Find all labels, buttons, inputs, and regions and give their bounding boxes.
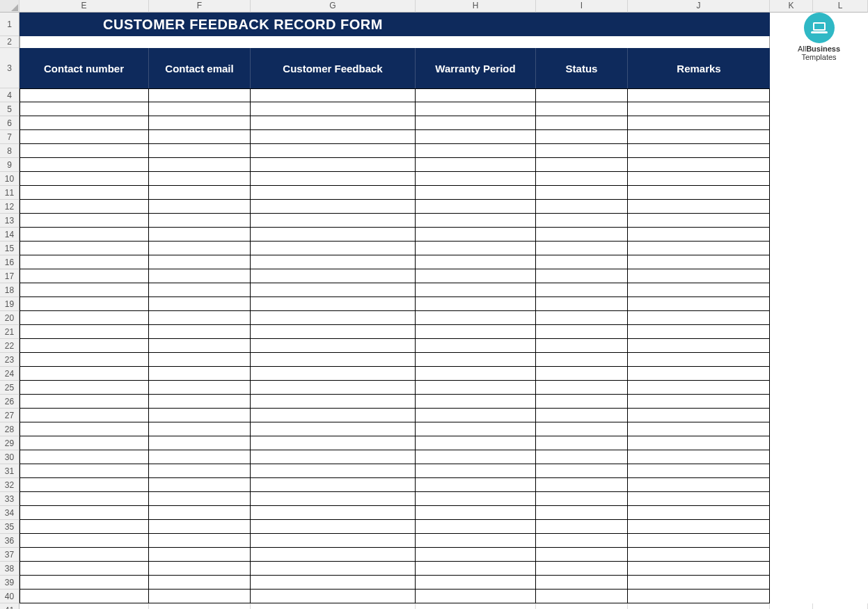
data-cell[interactable] [251, 367, 416, 381]
data-cell[interactable] [19, 186, 149, 200]
column-header-J[interactable]: J [628, 0, 770, 13]
cell[interactable] [770, 353, 813, 367]
data-cell[interactable] [416, 200, 536, 214]
data-cell[interactable] [251, 242, 416, 255]
data-cell[interactable] [536, 214, 628, 228]
data-cell[interactable] [251, 492, 416, 506]
data-cell[interactable] [536, 325, 628, 339]
cell[interactable] [416, 603, 536, 609]
data-cell[interactable] [628, 158, 770, 172]
cell[interactable] [19, 603, 149, 609]
row-header-12[interactable]: 12 [0, 200, 19, 214]
data-cell[interactable] [19, 102, 149, 116]
data-cell[interactable] [536, 548, 628, 562]
data-cell[interactable] [536, 520, 628, 534]
data-cell[interactable] [628, 450, 770, 464]
data-cell[interactable] [251, 172, 416, 186]
cell[interactable] [813, 116, 868, 130]
data-cell[interactable] [628, 130, 770, 144]
data-cell[interactable] [536, 200, 628, 214]
cell[interactable] [813, 520, 868, 534]
data-cell[interactable] [251, 478, 416, 492]
data-cell[interactable] [19, 381, 149, 395]
data-cell[interactable] [19, 311, 149, 325]
data-cell[interactable] [19, 492, 149, 506]
form-title[interactable]: CUSTOMER FEEDBACK RECORD FORM [19, 13, 770, 36]
cell[interactable] [813, 395, 868, 409]
data-cell[interactable] [416, 395, 536, 409]
data-cell[interactable] [149, 506, 251, 520]
data-cell[interactable] [19, 548, 149, 562]
table-header-contact-number[interactable]: Contact number [19, 48, 149, 88]
data-cell[interactable] [19, 242, 149, 255]
column-header-H[interactable]: H [416, 0, 536, 13]
data-cell[interactable] [149, 464, 251, 478]
row-header-35[interactable]: 35 [0, 520, 19, 534]
row-header-26[interactable]: 26 [0, 395, 19, 409]
data-cell[interactable] [149, 158, 251, 172]
cell[interactable] [770, 464, 813, 478]
cell[interactable] [813, 492, 868, 506]
data-cell[interactable] [149, 228, 251, 242]
cell[interactable] [813, 548, 868, 562]
cell[interactable] [770, 158, 813, 172]
row-header-17[interactable]: 17 [0, 269, 19, 283]
data-cell[interactable] [536, 395, 628, 409]
cell[interactable] [813, 255, 868, 269]
cell[interactable] [628, 603, 770, 609]
data-cell[interactable] [628, 214, 770, 228]
cell[interactable] [770, 228, 813, 242]
cell[interactable] [813, 464, 868, 478]
data-cell[interactable] [149, 548, 251, 562]
cell[interactable] [770, 492, 813, 506]
cell[interactable] [770, 102, 813, 116]
cell[interactable] [813, 158, 868, 172]
data-cell[interactable] [536, 409, 628, 422]
cell[interactable] [770, 144, 813, 158]
row-header-21[interactable]: 21 [0, 325, 19, 339]
data-cell[interactable] [149, 311, 251, 325]
cell[interactable] [813, 450, 868, 464]
blank-row[interactable] [19, 36, 770, 48]
table-header-customer-feedback[interactable]: Customer Feedback [251, 48, 416, 88]
data-cell[interactable] [251, 325, 416, 339]
cell[interactable] [813, 409, 868, 422]
data-cell[interactable] [149, 242, 251, 255]
data-cell[interactable] [628, 200, 770, 214]
cell[interactable] [770, 200, 813, 214]
data-cell[interactable] [628, 102, 770, 116]
data-cell[interactable] [149, 576, 251, 590]
data-cell[interactable] [251, 186, 416, 200]
row-header-1[interactable]: 1 [0, 13, 19, 36]
data-cell[interactable] [628, 228, 770, 242]
data-cell[interactable] [416, 506, 536, 520]
data-cell[interactable] [19, 534, 149, 548]
data-cell[interactable] [149, 534, 251, 548]
data-cell[interactable] [251, 88, 416, 102]
data-cell[interactable] [149, 422, 251, 436]
cell[interactable] [770, 367, 813, 381]
data-cell[interactable] [416, 269, 536, 283]
data-cell[interactable] [536, 534, 628, 548]
data-cell[interactable] [416, 144, 536, 158]
data-cell[interactable] [251, 576, 416, 590]
row-header-39[interactable]: 39 [0, 576, 19, 590]
row-header-38[interactable]: 38 [0, 562, 19, 576]
data-cell[interactable] [416, 311, 536, 325]
data-cell[interactable] [628, 269, 770, 283]
data-cell[interactable] [251, 158, 416, 172]
row-header-13[interactable]: 13 [0, 214, 19, 228]
data-cell[interactable] [149, 130, 251, 144]
data-cell[interactable] [19, 562, 149, 576]
row-header-5[interactable]: 5 [0, 102, 19, 116]
cell[interactable] [813, 562, 868, 576]
data-cell[interactable] [416, 409, 536, 422]
row-header-16[interactable]: 16 [0, 255, 19, 269]
cell[interactable] [770, 116, 813, 130]
select-all-corner[interactable] [0, 0, 19, 13]
data-cell[interactable] [416, 353, 536, 367]
data-cell[interactable] [416, 242, 536, 255]
data-cell[interactable] [19, 269, 149, 283]
data-cell[interactable] [251, 520, 416, 534]
cell[interactable] [770, 395, 813, 409]
